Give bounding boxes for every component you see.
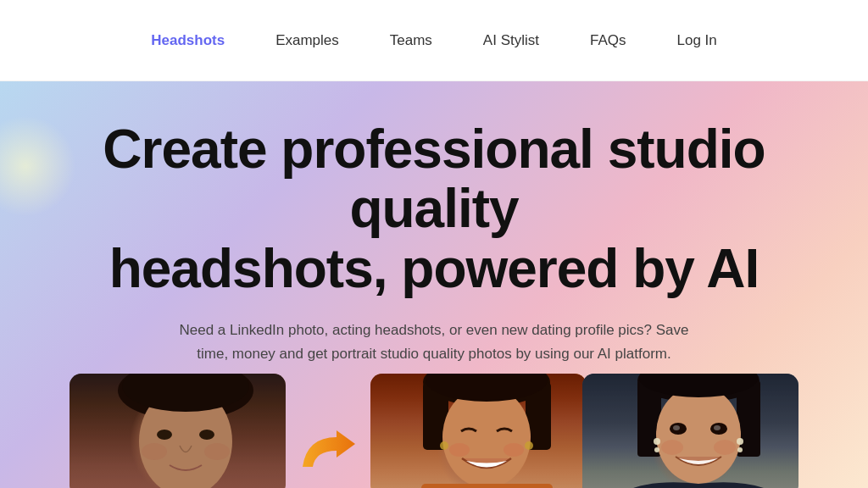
svg-point-17 — [449, 443, 470, 457]
svg-point-30 — [654, 447, 659, 452]
hero-subtitle: Need a LinkedIn photo, acting headshots,… — [163, 319, 705, 366]
svg-point-33 — [661, 440, 683, 455]
after-photo-2 — [582, 374, 798, 488]
after-face-1 — [370, 374, 587, 488]
svg-rect-16 — [421, 484, 553, 488]
nav-link-examples[interactable]: Examples — [275, 32, 339, 49]
svg-point-29 — [654, 438, 660, 445]
svg-rect-7 — [70, 374, 286, 488]
svg-point-15 — [525, 441, 533, 450]
after-face-2-svg — [582, 374, 798, 488]
hero-images — [70, 374, 798, 488]
after-photo-1 — [370, 374, 587, 488]
transformation-arrow — [286, 420, 370, 488]
svg-point-27 — [673, 425, 680, 430]
hero-content: Create professional studio quality heads… — [0, 81, 868, 390]
svg-point-18 — [504, 443, 524, 457]
main-nav: Headshots Examples Teams AI Stylist FAQs… — [0, 0, 868, 81]
nav-link-headshots[interactable]: Headshots — [151, 32, 225, 49]
after-face-1-svg — [370, 374, 587, 488]
svg-point-34 — [714, 440, 736, 455]
svg-point-14 — [440, 441, 448, 450]
before-face-svg — [70, 374, 286, 488]
svg-point-23 — [656, 385, 741, 484]
nav-link-teams[interactable]: Teams — [390, 32, 432, 49]
after-face-2 — [582, 374, 798, 488]
hero-section: Create professional studio quality heads… — [0, 81, 868, 488]
hero-title: Create professional studio quality heads… — [51, 119, 817, 298]
svg-point-32 — [737, 447, 743, 452]
before-photo — [70, 374, 286, 488]
before-face — [70, 374, 286, 488]
nav-link-login[interactable]: Log In — [677, 32, 717, 49]
nav-link-ai-stylist[interactable]: AI Stylist — [483, 32, 539, 49]
arrow-svg — [294, 420, 362, 480]
nav-link-faqs[interactable]: FAQs — [590, 32, 626, 49]
svg-point-28 — [714, 425, 721, 430]
svg-point-31 — [737, 438, 743, 445]
